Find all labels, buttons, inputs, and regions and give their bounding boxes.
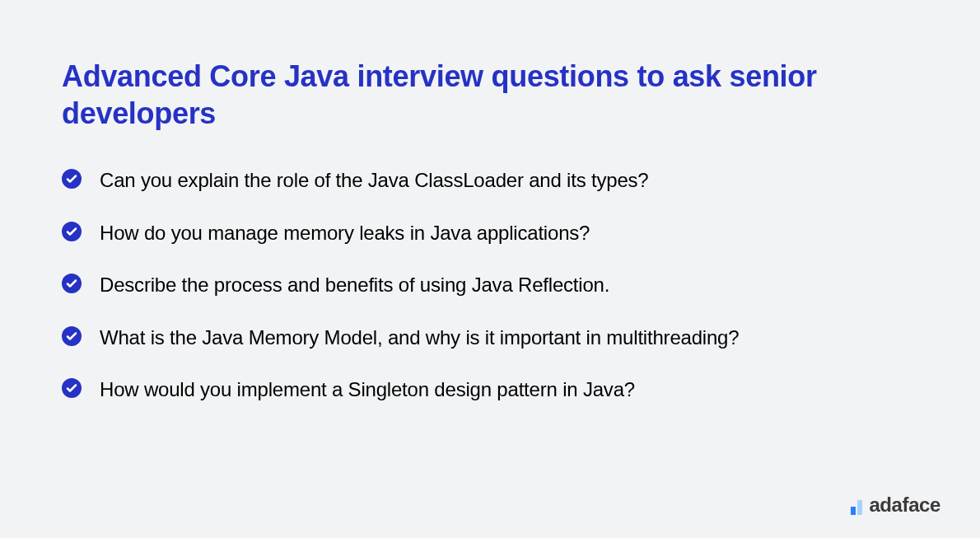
question-item: Describe the process and benefits of usi… — [62, 271, 918, 299]
question-item: Can you explain the role of the Java Cla… — [62, 166, 918, 194]
page-title: Advanced Core Java interview questions t… — [62, 58, 918, 132]
question-text: How do you manage memory leaks in Java a… — [100, 219, 590, 247]
check-circle-icon — [62, 378, 82, 398]
question-text: What is the Java Memory Model, and why i… — [100, 324, 739, 352]
brand-logo: adaface — [851, 495, 940, 515]
logo-text: adaface — [869, 495, 940, 515]
questions-list: Can you explain the role of the Java Cla… — [62, 166, 918, 404]
logo-bars-icon — [851, 495, 862, 515]
check-circle-icon — [62, 222, 82, 241]
check-circle-icon — [62, 326, 82, 346]
question-text: How would you implement a Singleton desi… — [100, 376, 635, 404]
question-item: What is the Java Memory Model, and why i… — [62, 324, 918, 352]
question-text: Describe the process and benefits of usi… — [100, 271, 609, 299]
question-item: How would you implement a Singleton desi… — [62, 376, 918, 404]
question-text: Can you explain the role of the Java Cla… — [100, 166, 648, 194]
check-circle-icon — [62, 274, 82, 293]
check-circle-icon — [62, 169, 82, 189]
question-item: How do you manage memory leaks in Java a… — [62, 219, 918, 247]
